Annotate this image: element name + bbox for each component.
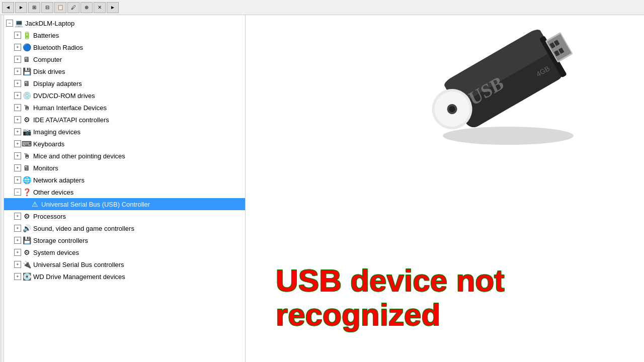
tree-item-label: Computer [33, 56, 62, 63]
network-icon: 🌐 [22, 175, 31, 185]
tree-item-label: System devices [33, 249, 79, 256]
tree-item-label: Universal Serial Bus (USB) Controller [41, 201, 150, 208]
device-tree-panel: − 💻 JackDLM-Laptop + 🔋 Batteries + 🔵 Blu… [4, 15, 246, 362]
gear-icon: ⚙ [22, 212, 31, 221]
tree-item-display[interactable]: + 🖥 Display adapters [4, 77, 245, 89]
tree-item-computer[interactable]: + 🖥 Computer [4, 53, 245, 65]
tree-item-root[interactable]: − 💻 JackDLM-Laptop [4, 17, 245, 29]
tree-item-dvd[interactable]: + 💿 DVD/CD-ROM drives [4, 89, 245, 102]
collapse-btn[interactable]: − [6, 20, 13, 27]
tree-item-disk[interactable]: + 💾 Disk drives [4, 65, 245, 77]
toolbar-forward[interactable]: ► [15, 2, 27, 13]
expand-btn[interactable]: + [14, 213, 21, 220]
expand-btn[interactable]: + [14, 152, 21, 159]
expand-btn[interactable]: + [14, 140, 21, 147]
monitor-icon: 🖥 [22, 79, 31, 88]
expand-btn[interactable]: + [14, 44, 21, 51]
drive-icon: 💽 [22, 272, 31, 281]
expand-btn[interactable]: + [14, 225, 21, 232]
right-panel: USB 4GB [246, 15, 644, 362]
tree-item-label: Sound, video and game controllers [33, 225, 134, 232]
tree-item-label: Imaging devices [33, 128, 80, 136]
expand-btn[interactable]: + [14, 261, 21, 268]
tree-item-monitors[interactable]: + 🖥 Monitors [4, 162, 245, 174]
expand-btn[interactable]: + [14, 68, 21, 75]
vertical-side-bar [0, 15, 4, 362]
tree-item-batteries[interactable]: + 🔋 Batteries [4, 29, 245, 41]
tree-item-label: Keyboards [33, 140, 64, 148]
tree-item-wd[interactable]: + 💽 WD Drive Management devices [4, 270, 245, 283]
tree-item-label: Universal Serial Bus controllers [33, 261, 124, 268]
toolbar-run[interactable]: ► [107, 2, 119, 13]
mouse-icon: 🖱 [22, 103, 31, 112]
error-line2: recognized [276, 298, 634, 332]
toolbar-add[interactable]: ⊕ [80, 2, 93, 13]
expand-btn[interactable]: + [14, 56, 21, 63]
tree-item-label: Mice and other pointing devices [33, 152, 125, 160]
toolbar-expand[interactable]: ⊞ [28, 2, 40, 13]
camera-icon: 📷 [22, 127, 31, 136]
keyboard-icon: ⌨ [22, 139, 31, 148]
expand-btn[interactable]: + [14, 249, 21, 256]
tree-item-label: Other devices [33, 189, 73, 196]
computer-icon: 💻 [14, 19, 23, 28]
tree-item-label: Human Interface Devices [33, 104, 107, 112]
toolbar-remove[interactable]: ✕ [94, 2, 106, 13]
expand-btn[interactable]: + [14, 237, 21, 244]
monitor-icon: 🖥 [22, 163, 31, 172]
tree-item-network[interactable]: + 🌐 Network adapters [4, 174, 245, 186]
tree-item-hid[interactable]: + 🖱 Human Interface Devices [4, 102, 245, 114]
usb-error-text: USB device not recognized [276, 263, 634, 332]
tree-item-mice[interactable]: + 🖱 Mice and other pointing devices [4, 150, 245, 162]
bluetooth-icon: 🔵 [22, 43, 31, 52]
toolbar-edit[interactable]: 🖊 [67, 2, 79, 13]
tree-item-system[interactable]: + ⚙ System devices [4, 246, 245, 258]
gear-icon: ⚙ [22, 115, 31, 124]
battery-icon: 🔋 [22, 31, 31, 40]
toolbar-collapse[interactable]: ⊟ [41, 2, 53, 13]
tree-item-label: Processors [33, 213, 66, 220]
expand-btn[interactable]: + [14, 164, 21, 171]
tree-item-imaging[interactable]: + 📷 Imaging devices [4, 126, 245, 138]
expand-btn[interactable]: + [14, 80, 21, 87]
tree-item-label: Display adapters [33, 80, 82, 87]
expand-btn[interactable]: + [14, 92, 21, 99]
usb-image-area: USB 4GB [423, 20, 604, 161]
expand-btn[interactable]: + [14, 104, 21, 111]
tree-item-label: Network adapters [33, 176, 85, 184]
expand-btn[interactable]: + [14, 128, 21, 135]
tree-item-label: Bluetooth Radios [33, 44, 83, 51]
tree-item-label: Disk drives [33, 68, 65, 75]
collapse-btn[interactable]: − [14, 189, 21, 196]
expand-btn[interactable]: + [14, 32, 21, 39]
tree-item-other[interactable]: − ❓ Other devices [4, 186, 245, 198]
error-line1: USB device not [276, 263, 634, 298]
tree-item-storage[interactable]: + 💾 Storage controllers [4, 234, 245, 246]
gear-icon: ⚙ [22, 248, 31, 257]
tree-item-sound[interactable]: + 🔊 Sound, video and game controllers [4, 222, 245, 234]
expand-btn[interactable]: + [14, 273, 21, 280]
no-expand [22, 201, 29, 208]
tree-item-keyboards[interactable]: + ⌨ Keyboards [4, 138, 245, 150]
usb-drive-image: USB 4GB [423, 20, 594, 151]
tree-item-bluetooth[interactable]: + 🔵 Bluetooth Radios [4, 41, 245, 53]
usb-plug-icon: 🔌 [22, 260, 31, 269]
tree-item-ide[interactable]: + ⚙ IDE ATA/ATAPI controllers [4, 114, 245, 126]
question-icon: ❓ [22, 188, 31, 197]
tree-item-processors[interactable]: + ⚙ Processors [4, 210, 245, 222]
toolbar-copy[interactable]: 📋 [54, 2, 66, 13]
expand-btn[interactable]: + [14, 176, 21, 184]
expand-btn[interactable]: + [14, 116, 21, 123]
speaker-icon: 🔊 [22, 224, 31, 233]
tree-item-usb[interactable]: + 🔌 Universal Serial Bus controllers [4, 258, 245, 270]
mouse-icon: 🖱 [22, 151, 31, 160]
tree-item-label: Batteries [33, 32, 59, 39]
tree-item-label: Monitors [33, 164, 58, 172]
toolbar-back[interactable]: ◄ [2, 2, 14, 13]
tree-item-label: JackDLM-Laptop [25, 20, 74, 27]
tree-item-usb-controller[interactable]: ⚠ Universal Serial Bus (USB) Controller [4, 198, 245, 210]
tree-item-label: WD Drive Management devices [33, 273, 125, 281]
tree-item-label: IDE ATA/ATAPI controllers [33, 116, 109, 124]
tree-item-label: Storage controllers [33, 237, 88, 244]
toolbar: ◄ ► ⊞ ⊟ 📋 🖊 ⊕ ✕ ► [0, 0, 644, 15]
